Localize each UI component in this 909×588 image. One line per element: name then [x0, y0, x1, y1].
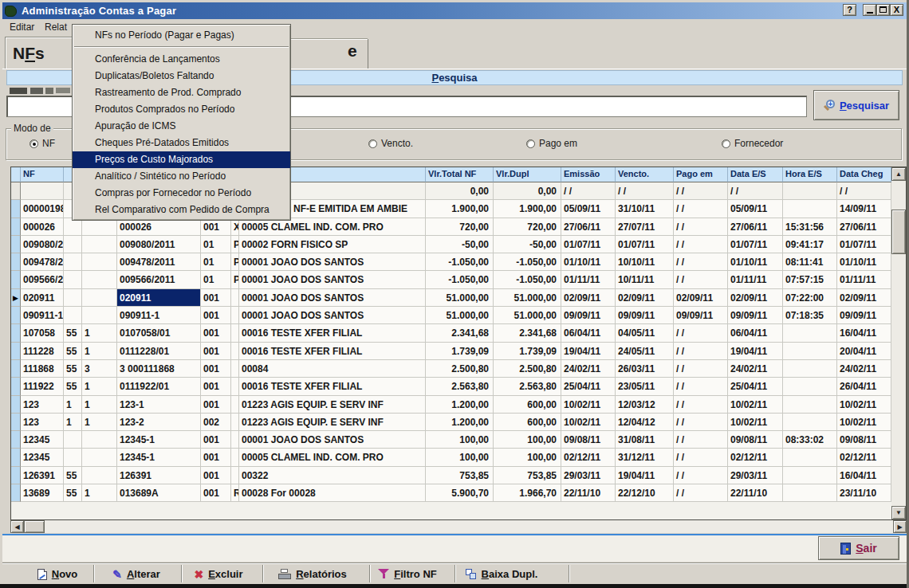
grid-row[interactable]: 1112285510111228/0100100016 TESTE XFER F… — [11, 343, 906, 360]
grid-cell[interactable] — [783, 484, 837, 502]
close-button[interactable]: X — [890, 4, 903, 16]
grid-cell[interactable]: / / — [674, 182, 728, 200]
grid-cell[interactable]: 009080/2 — [21, 236, 64, 253]
menu-item[interactable]: Cheques Pré-Datados Emitidos — [73, 135, 290, 151]
grid-cell[interactable]: 0,00 — [494, 182, 561, 200]
grid-row[interactable]: 13689551013689A001R00028 For 000285.900,… — [11, 484, 906, 502]
grid-cell[interactable] — [231, 414, 239, 431]
grid-cell[interactable] — [231, 360, 239, 378]
grid-row[interactable]: 1119225510111922/0100100016 TESTE XFER F… — [11, 378, 906, 395]
grid-cell[interactable]: 55 — [64, 467, 82, 484]
grid-cell[interactable]: / / — [674, 236, 728, 253]
grid-cell[interactable]: 123-2 — [117, 414, 201, 431]
grid-cell[interactable]: 01 — [201, 236, 231, 253]
grid-cell[interactable]: 16/04/11 — [837, 467, 891, 484]
menu-item[interactable]: NFs no Período (Pagar e Pagas) — [73, 27, 290, 44]
grid-cell[interactable]: 1 — [82, 324, 117, 342]
grid-cell[interactable]: 123 — [21, 396, 64, 414]
grid-cell[interactable] — [64, 236, 82, 253]
radio-nf[interactable]: NF — [30, 138, 55, 149]
grid-cell[interactable]: 020911 — [21, 289, 64, 307]
grid-cell[interactable]: / / — [674, 484, 728, 502]
grid-cell[interactable]: 25/04/11 — [561, 378, 616, 395]
grid-cell[interactable]: 00005 CLAMEL IND. COM. PRO — [239, 449, 426, 466]
relat-rios-button[interactable]: Relatórios — [266, 565, 360, 583]
grid-cell[interactable] — [231, 324, 239, 342]
grid-row[interactable]: 12311123-200201223 AGIS EQUIP. E SERV IN… — [11, 414, 906, 431]
grid-cell[interactable]: 27/07/11 — [616, 218, 674, 236]
grid-cell[interactable]: 51.000,00 — [426, 307, 494, 324]
grid-cell[interactable]: 55 — [64, 484, 82, 502]
grid-row[interactable]: 1234512345-100100001 JOAO DOS SANTOS100,… — [11, 431, 906, 449]
grid-cell[interactable]: 10/11/11 — [616, 271, 674, 288]
grid-cell[interactable]: 10/10/11 — [616, 253, 674, 271]
radio-fornecedor[interactable]: Fornecedor — [722, 138, 783, 149]
grid-cell[interactable]: 1.200,00 — [426, 414, 494, 431]
baixa-dupl-button[interactable]: Baixa Dupl. — [463, 565, 540, 583]
grid-cell[interactable]: 009478/2 — [21, 253, 64, 271]
grid-cell[interactable] — [231, 289, 239, 307]
grid-cell[interactable]: 02/12/11 — [728, 449, 783, 466]
grid-cell[interactable]: 100,00 — [494, 431, 561, 449]
grid-cell[interactable]: 29/03/11 — [728, 467, 783, 484]
scroll-left-icon[interactable]: ◀ — [10, 520, 24, 533]
grid-cell[interactable]: 00016 TESTE XFER FILIAL — [239, 378, 426, 395]
grid-cell[interactable]: 111868 — [21, 360, 64, 378]
vertical-scroll-thumb[interactable] — [891, 210, 906, 254]
grid-cell[interactable]: 09:41:17 — [783, 236, 837, 253]
grid-cell[interactable]: 09/09/11 — [561, 307, 616, 324]
grid-cell[interactable] — [64, 253, 82, 271]
grid-cell[interactable]: 013689A — [117, 484, 201, 502]
grid-cell[interactable]: 10/02/11 — [837, 396, 891, 414]
grid-cell[interactable]: 27/06/11 — [561, 218, 616, 236]
grid-cell[interactable]: 1.900,00 — [494, 200, 561, 218]
grid-cell[interactable]: 05/09/11 — [728, 200, 783, 218]
grid-cell[interactable]: 02/09/11 — [561, 289, 616, 307]
grid-cell[interactable]: 29/03/11 — [561, 467, 616, 484]
grid-cell[interactable]: 1 — [82, 378, 117, 395]
grid-cell[interactable]: 00001 JOAO DOS SANTOS — [239, 431, 426, 449]
grid-cell[interactable]: -1.050,00 — [426, 271, 494, 288]
alterar-button[interactable]: ✎Alterar — [100, 565, 173, 583]
grid-cell[interactable]: 16/04/11 — [837, 324, 891, 342]
grid-cell[interactable]: 51.000,00 — [494, 289, 561, 307]
scroll-down-icon[interactable]: ▼ — [891, 506, 906, 519]
grid-cell[interactable] — [783, 467, 837, 484]
grid-cell[interactable]: 26/04/11 — [837, 378, 891, 395]
grid-cell[interactable] — [783, 343, 837, 360]
grid-cell[interactable]: / / — [674, 343, 728, 360]
grid-cell[interactable] — [231, 431, 239, 449]
grid-cell[interactable]: / / — [674, 449, 728, 466]
grid-cell[interactable]: 20/04/11 — [837, 343, 891, 360]
grid-row[interactable]: 1118685533 000111868001000842.500,802.50… — [11, 360, 906, 378]
grid-cell[interactable] — [783, 378, 837, 395]
grid-cell[interactable]: 3 000111868 — [117, 360, 201, 378]
menu-editar[interactable]: Editar — [10, 19, 34, 35]
grid-cell[interactable]: 24/02/11 — [837, 360, 891, 378]
grid-cell[interactable]: / / — [837, 182, 891, 200]
menu-relatorios[interactable]: Relat — [45, 19, 67, 35]
grid-cell[interactable]: / / — [674, 360, 728, 378]
grid-cell[interactable]: 02/09/11 — [674, 289, 728, 307]
grid-cell[interactable]: 04/05/11 — [616, 324, 674, 342]
grid-row[interactable]: 009566/2009566/201101P00001 JOAO DOS SAN… — [11, 271, 906, 288]
grid-cell[interactable]: 002 — [201, 414, 231, 431]
grid-cell[interactable]: 00002 FORN FISICO SP — [239, 236, 426, 253]
grid-cell[interactable]: 07:57:15 — [783, 271, 837, 288]
radio-vencto[interactable]: Vencto. — [368, 138, 413, 149]
grid-cell[interactable]: 55 — [64, 324, 82, 342]
grid-cell[interactable]: 13689 — [21, 484, 64, 502]
minimize-button[interactable] — [863, 4, 876, 16]
grid-cell[interactable]: 09/08/11 — [728, 431, 783, 449]
grid-cell[interactable]: 10/02/11 — [728, 414, 783, 431]
grid-cell[interactable]: P — [231, 253, 239, 271]
grid-cell[interactable]: 02/09/11 — [616, 289, 674, 307]
menu-item[interactable]: Compras por Fornecedor no Período — [73, 185, 290, 202]
grid-cell[interactable]: / / — [674, 431, 728, 449]
grid-cell[interactable]: 12345 — [21, 449, 64, 466]
grid-cell[interactable]: 22/11/10 — [728, 484, 783, 502]
grid-cell[interactable]: 09/08/11 — [561, 431, 616, 449]
pesquisar-button[interactable]: + Pesquisar — [813, 90, 899, 120]
maximize-button[interactable] — [876, 4, 890, 16]
grid-cell[interactable] — [82, 431, 117, 449]
